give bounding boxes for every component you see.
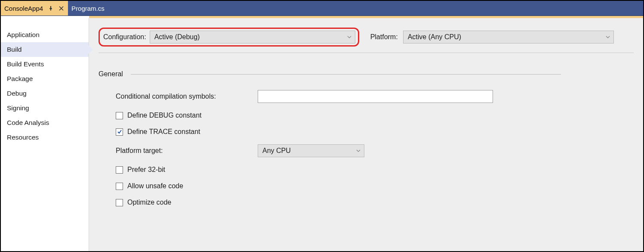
define-trace-checkbox[interactable] [116,128,123,136]
sidebar-item-package[interactable]: Package [1,72,89,86]
chevron-down-icon [606,36,610,38]
properties-content: Configuration: Active (Debug) Platform: … [89,18,643,252]
tab-program-cs[interactable]: Program.cs [68,1,108,16]
divider [99,53,634,53]
sidebar-item-label: Debug [7,90,27,97]
platform-target-dropdown[interactable]: Any CPU [258,144,364,157]
section-header-general: General [99,70,634,78]
sidebar-item-code-analysis[interactable]: Code Analysis [1,115,89,130]
section-divider [131,74,561,75]
sidebar-item-label: Package [7,75,33,82]
sidebar-item-resources[interactable]: Resources [1,130,89,145]
sidebar-item-label: Signing [7,104,29,112]
section-title: General [99,70,123,78]
sidebar-item-label: Build Events [7,60,44,68]
cond-symbols-input[interactable] [258,90,493,103]
configuration-highlight: Configuration: Active (Debug) [99,28,359,47]
config-platform-row: Configuration: Active (Debug) Platform: … [99,28,634,47]
prefer-32bit-label: Prefer 32-bit [127,166,165,174]
sidebar-item-application[interactable]: Application [1,28,89,42]
properties-sidebar: Application Build Build Events Package D… [1,18,89,252]
cond-symbols-label: Conditional compilation symbols: [116,93,258,100]
tab-bar: ConsoleApp4 Program.cs [1,1,643,16]
tab-label: Program.cs [71,5,105,12]
pin-icon[interactable] [47,5,54,12]
define-trace-label: Define TRACE constant [127,128,200,136]
configuration-label: Configuration: [103,33,146,41]
allow-unsafe-label: Allow unsafe code [127,182,183,190]
tab-consoleapp4[interactable]: ConsoleApp4 [1,1,68,16]
chevron-down-icon [347,36,351,38]
sidebar-item-label: Resources [7,134,39,141]
sidebar-item-debug[interactable]: Debug [1,86,89,101]
sidebar-item-label: Build [7,46,22,53]
prefer-32bit-checkbox[interactable] [116,166,123,174]
platform-value: Active (Any CPU) [408,33,461,41]
optimize-code-label: Optimize code [127,199,171,206]
define-debug-checkbox[interactable] [116,112,123,119]
tab-label: ConsoleApp4 [4,5,43,12]
optimize-code-checkbox[interactable] [116,199,123,206]
sidebar-item-build-events[interactable]: Build Events [1,57,89,72]
platform-target-value: Any CPU [262,147,291,155]
sidebar-item-build[interactable]: Build [1,42,89,57]
sidebar-item-signing[interactable]: Signing [1,101,89,115]
platform-label: Platform: [370,33,398,41]
configuration-dropdown[interactable]: Active (Debug) [150,31,355,44]
platform-target-label: Platform target: [116,147,258,155]
sidebar-item-label: Code Analysis [7,119,49,126]
configuration-value: Active (Debug) [154,33,200,41]
platform-dropdown[interactable]: Active (Any CPU) [403,31,614,44]
define-debug-label: Define DEBUG constant [127,112,202,119]
sidebar-item-label: Application [7,31,40,38]
allow-unsafe-checkbox[interactable] [116,183,123,190]
close-icon[interactable] [58,5,65,12]
build-general-form: Conditional compilation symbols: Define … [99,90,634,206]
chevron-down-icon [356,149,361,152]
